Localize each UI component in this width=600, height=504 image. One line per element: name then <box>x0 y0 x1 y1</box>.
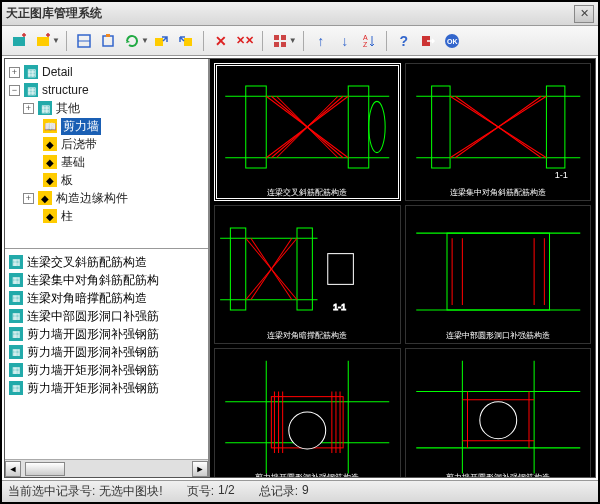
statusbar: 当前选中记录号:无选中图块! 页号:1/2 总记录:9 <box>2 480 598 502</box>
expand-icon[interactable]: + <box>23 193 34 204</box>
export-icon[interactable] <box>151 30 173 52</box>
grid-view-icon[interactable] <box>269 30 291 52</box>
svg-rect-10 <box>274 42 279 47</box>
tree-node[interactable]: 基础 <box>61 154 85 171</box>
svg-rect-6 <box>155 38 163 46</box>
status-total-value: 9 <box>302 483 309 500</box>
new-item-icon[interactable] <box>32 30 54 52</box>
left-pane: +▦Detail −▦structure +▦其他 📖剪力墙 ◆后浇带 ◆基础 … <box>5 59 210 477</box>
svg-rect-20 <box>348 86 369 168</box>
svg-rect-31 <box>546 86 564 168</box>
dropdown-icon[interactable]: ▼ <box>52 36 60 45</box>
svg-point-74 <box>479 401 516 438</box>
svg-text:OK: OK <box>447 38 458 45</box>
item-icon: ▦ <box>9 291 23 305</box>
svg-rect-19 <box>246 86 267 168</box>
category-tree[interactable]: +▦Detail −▦structure +▦其他 📖剪力墙 ◆后浇带 ◆基础 … <box>5 59 208 249</box>
list-item[interactable]: ▦连梁集中对角斜筋配筋构 <box>9 271 204 289</box>
folder-icon: ▦ <box>38 101 52 115</box>
up-arrow-icon[interactable]: ↑ <box>310 30 332 52</box>
thumbnail-label: 连梁对角暗撑配筋构造 <box>267 330 347 341</box>
thumbnail[interactable]: 1-1 连梁集中对角斜筋配筋构造 <box>405 63 592 201</box>
svg-rect-1 <box>37 37 49 46</box>
svg-text:A: A <box>363 34 368 41</box>
expand-icon[interactable]: + <box>23 103 34 114</box>
svg-rect-8 <box>274 35 279 40</box>
toolbar: ▼ ▼ ✕ ✕✕ ▼ ↑ ↓ AZ ? OK <box>2 26 598 56</box>
down-arrow-icon[interactable]: ↓ <box>334 30 356 52</box>
delete-all-icon[interactable]: ✕✕ <box>234 30 256 52</box>
scroll-left-icon[interactable]: ◄ <box>5 461 21 477</box>
list-item[interactable]: ▦剪力墙开圆形洞补强钢筋 <box>9 343 204 361</box>
refresh-icon[interactable] <box>121 30 143 52</box>
tree-node[interactable]: 构造边缘构件 <box>56 190 128 207</box>
help-icon[interactable]: ? <box>393 30 415 52</box>
dropdown-icon[interactable]: ▼ <box>289 36 297 45</box>
book-icon: 📖 <box>43 119 57 133</box>
svg-text:Z: Z <box>363 41 368 48</box>
tree-node[interactable]: 后浇带 <box>61 136 97 153</box>
thumbnail-label: 连梁集中对角斜筋配筋构造 <box>450 187 546 198</box>
svg-rect-30 <box>431 86 449 168</box>
horizontal-scrollbar[interactable]: ◄ ► <box>5 459 208 477</box>
tree-node[interactable]: structure <box>42 83 89 97</box>
book-icon: ◆ <box>43 137 57 151</box>
thumbnail-label: 剪力墙开圆形洞补强钢筋构造 <box>255 472 359 477</box>
tree-node[interactable]: 板 <box>61 172 73 189</box>
folder-icon: ▦ <box>24 83 38 97</box>
list-item[interactable]: ▦连梁中部圆形洞口补强筋 <box>9 307 204 325</box>
scroll-thumb[interactable] <box>25 462 65 476</box>
sort-az-icon[interactable]: AZ <box>358 30 380 52</box>
item-icon: ▦ <box>9 381 23 395</box>
status-selection-label: 当前选中记录号: <box>8 483 95 500</box>
svg-text:1-1: 1-1 <box>554 170 567 180</box>
dropdown-icon[interactable]: ▼ <box>141 36 149 45</box>
book-icon: ◆ <box>38 191 52 205</box>
svg-rect-40 <box>297 228 312 310</box>
close-button[interactable]: ✕ <box>574 5 594 23</box>
list-item[interactable]: ▦剪力墙开圆形洞补强钢筋 <box>9 325 204 343</box>
tool-icon-2[interactable] <box>97 30 119 52</box>
import-icon[interactable] <box>175 30 197 52</box>
expand-icon[interactable]: + <box>9 67 20 78</box>
delete-icon[interactable]: ✕ <box>210 30 232 52</box>
book-icon: ◆ <box>43 155 57 169</box>
tree-node[interactable]: 其他 <box>56 100 80 117</box>
item-icon: ▦ <box>9 273 23 287</box>
exit-icon[interactable] <box>417 30 439 52</box>
thumbnail[interactable]: 1-1 连梁对角暗撑配筋构造 <box>214 205 401 343</box>
thumbnail[interactable]: 剪力墙开圆形洞补强钢筋构造 <box>405 348 592 478</box>
svg-rect-0 <box>13 37 25 46</box>
item-icon: ▦ <box>9 255 23 269</box>
list-item[interactable]: ▦连梁交叉斜筋配筋构造 <box>9 253 204 271</box>
svg-point-65 <box>289 412 326 449</box>
book-icon: ◆ <box>43 173 57 187</box>
tree-node-selected[interactable]: 剪力墙 <box>61 118 101 135</box>
ok-icon[interactable]: OK <box>441 30 463 52</box>
list-item[interactable]: ▦剪力墙开矩形洞补强钢筋 <box>9 361 204 379</box>
thumbnail[interactable]: 剪力墙开圆形洞补强钢筋构造 <box>214 348 401 478</box>
svg-rect-45 <box>328 254 354 285</box>
status-page-value: 1/2 <box>218 483 235 500</box>
tree-node[interactable]: Detail <box>42 65 73 79</box>
thumbnail-label: 连梁中部圆形洞口补强筋构造 <box>446 330 550 341</box>
main-area: +▦Detail −▦structure +▦其他 📖剪力墙 ◆后浇带 ◆基础 … <box>4 58 596 478</box>
list-item[interactable]: ▦剪力墙开矩形洞补强钢筋 <box>9 379 204 397</box>
titlebar: 天正图库管理系统 ✕ <box>2 2 598 26</box>
list-item[interactable]: ▦连梁对角暗撑配筋构造 <box>9 289 204 307</box>
thumbnail[interactable]: 连梁中部圆形洞口补强筋构造 <box>405 205 592 343</box>
scroll-right-icon[interactable]: ► <box>192 461 208 477</box>
status-total-label: 总记录: <box>259 483 298 500</box>
svg-rect-7 <box>184 38 192 46</box>
item-list[interactable]: ▦连梁交叉斜筋配筋构造 ▦连梁集中对角斜筋配筋构 ▦连梁对角暗撑配筋构造 ▦连梁… <box>5 249 208 459</box>
item-icon: ▦ <box>9 363 23 377</box>
preview-grid: 连梁交叉斜筋配筋构造 1-1 连梁集中对角斜筋配筋构造 1-1 连梁对角暗撑配筋… <box>210 59 595 477</box>
tree-node[interactable]: 柱 <box>61 208 73 225</box>
folder-icon: ▦ <box>24 65 38 79</box>
svg-point-27 <box>369 101 385 152</box>
new-category-icon[interactable] <box>8 30 30 52</box>
collapse-icon[interactable]: − <box>9 85 20 96</box>
tool-icon-1[interactable] <box>73 30 95 52</box>
thumbnail[interactable]: 连梁交叉斜筋配筋构造 <box>214 63 401 201</box>
svg-text:1-1: 1-1 <box>333 302 346 312</box>
